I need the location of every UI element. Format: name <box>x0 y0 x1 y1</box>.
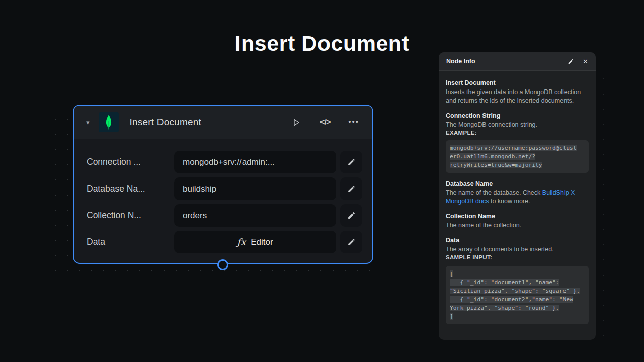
connection-string-value: mongodb+srv://admin:... <box>183 157 275 167</box>
close-panel-button[interactable]: ✕ <box>583 58 588 65</box>
code-line: "Sicilian pizza", "shape": "square" }, <box>450 288 580 294</box>
row-database-name: Database Na... buildship <box>87 177 361 200</box>
pencil-icon <box>347 238 356 246</box>
node-body: Connection ... mongodb+srv://admin:... D… <box>74 139 372 253</box>
insert-document-node[interactable]: ▾ Insert Document </> ••• Connection ...… <box>73 105 373 264</box>
node-output-connector[interactable] <box>217 259 228 270</box>
section-data: Data The array of documents to be insert… <box>446 237 589 324</box>
code-line: mongodb+srv://username:password@clust <box>450 145 577 151</box>
section-about: Insert Document Inserts the given data i… <box>446 79 589 105</box>
collection-name-value: orders <box>183 211 207 221</box>
database-name-description: The name of the database. Check BuildShi… <box>446 189 589 206</box>
database-name-input[interactable]: buildship <box>174 177 336 200</box>
database-name-label: Database Na... <box>87 184 174 194</box>
collection-name-label: Collection N... <box>87 210 174 221</box>
section-database-name: Database Name The name of the database. … <box>446 180 589 206</box>
code-line: York pizza", "shape": "round" }, <box>450 305 559 311</box>
code-line: er0.uatl1m6.mongodb.net/? <box>450 153 535 160</box>
sample-input-label: SAMPLE INPUT: <box>446 254 589 260</box>
view-code-button[interactable]: </> <box>320 118 330 127</box>
panel-title: Node Info <box>446 58 475 65</box>
run-node-button[interactable] <box>291 118 301 127</box>
row-connection-string: Connection ... mongodb+srv://admin:... <box>87 151 361 173</box>
code-line: { "_id": "document1", "name": <box>450 279 559 286</box>
pencil-icon <box>347 211 356 220</box>
section-connection-string: Connection String The MongoDB connection… <box>446 112 589 173</box>
edit-info-button[interactable] <box>568 58 574 65</box>
canvas-dot-grid-right <box>597 70 604 337</box>
data-heading: Data <box>446 237 589 244</box>
row-data: Data ƒx Editor <box>87 231 361 253</box>
pencil-icon <box>568 58 574 65</box>
node-header: ▾ Insert Document </> ••• <box>74 106 372 139</box>
example-label: EXAMPLE: <box>446 130 589 136</box>
database-name-value: buildship <box>183 184 216 194</box>
connection-string-example-code: mongodb+srv://username:password@clust er… <box>446 140 589 173</box>
node-info-panel-header: Node Info ✕ <box>439 52 596 71</box>
about-heading: Insert Document <box>446 79 589 86</box>
panel-body: Insert Document Inserts the given data i… <box>439 71 596 324</box>
about-description: Inserts the given data into a MongoDB co… <box>446 88 589 105</box>
edit-data-button[interactable] <box>340 231 362 253</box>
connection-string-heading: Connection String <box>446 112 589 119</box>
edit-connection-string-button[interactable] <box>340 151 362 173</box>
fx-icon: ƒx <box>237 237 246 247</box>
more-options-button[interactable]: ••• <box>348 117 359 128</box>
node-title: Insert Document <box>130 117 201 128</box>
code-line: ] <box>450 313 453 320</box>
data-editor-button[interactable]: ƒx Editor <box>174 231 336 253</box>
mongodb-logo-badge <box>99 112 119 132</box>
connection-string-description: The MongoDB connection string. <box>446 121 589 129</box>
database-name-heading: Database Name <box>446 180 589 187</box>
code-line: { "_id": "document2","name": "New <box>450 296 573 303</box>
description-text: to know more. <box>489 198 530 205</box>
data-label: Data <box>87 237 174 247</box>
data-description: The array of documents to be inserted. <box>446 245 589 254</box>
collection-name-heading: Collection Name <box>446 213 589 220</box>
pencil-icon <box>347 158 356 166</box>
editor-button-label: Editor <box>251 237 273 247</box>
node-info-panel: Node Info ✕ Insert Document Inserts the … <box>439 52 596 340</box>
pencil-icon <box>347 185 356 193</box>
edit-collection-name-button[interactable] <box>340 204 362 227</box>
edit-database-name-button[interactable] <box>340 177 362 200</box>
section-collection-name: Collection Name The name of the collecti… <box>446 213 589 230</box>
collection-name-input[interactable]: orders <box>174 204 336 227</box>
row-collection-name: Collection N... orders <box>87 204 361 227</box>
code-line: [ <box>450 270 453 277</box>
collection-name-description: The name of the collection. <box>446 221 589 230</box>
connection-string-input[interactable]: mongodb+srv://admin:... <box>174 151 336 173</box>
code-line: retryWrites=true&w=majority <box>450 162 542 168</box>
mongodb-leaf-icon <box>105 114 113 130</box>
sample-input-code: [ { "_id": "document1", "name": "Sicilia… <box>446 266 589 324</box>
collapse-chevron-icon[interactable]: ▾ <box>86 119 90 126</box>
description-text: The name of the database. Check <box>446 189 542 196</box>
connection-string-label: Connection ... <box>87 157 174 167</box>
